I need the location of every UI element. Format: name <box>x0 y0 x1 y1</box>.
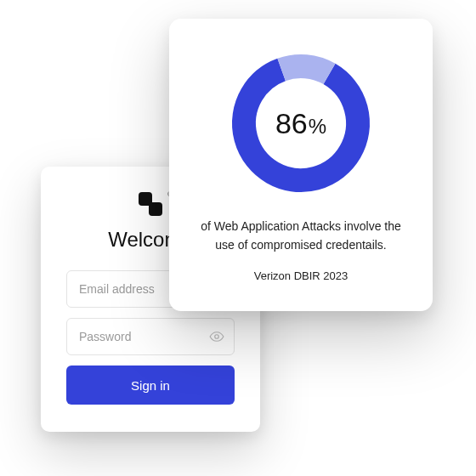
stat-source: Verizon DBIR 2023 <box>195 269 407 282</box>
logo-icon <box>139 192 162 216</box>
stat-percent-value: 86 <box>275 107 308 140</box>
donut-center-label: 86% <box>275 107 326 140</box>
stat-percent-symbol: % <box>309 115 326 139</box>
donut-chart: 86% <box>229 51 373 196</box>
sign-in-button[interactable]: Sign in <box>66 366 235 405</box>
svg-point-0 <box>215 335 219 339</box>
stat-description: of Web Application Attacks involve the u… <box>195 218 407 254</box>
stat-card: 86% of Web Application Attacks involve t… <box>169 19 433 311</box>
password-field-wrap <box>66 318 235 355</box>
eye-icon[interactable] <box>209 329 224 344</box>
